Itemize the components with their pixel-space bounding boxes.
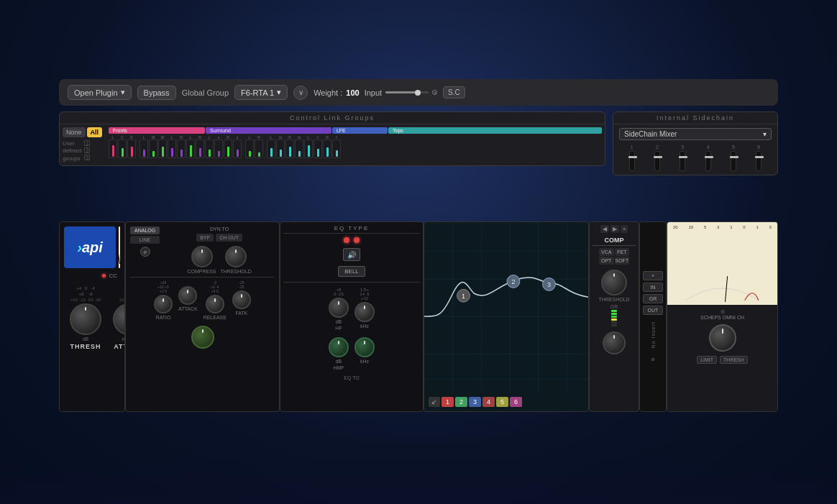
comp-next-btn[interactable]: ▶ bbox=[610, 225, 619, 233]
analog-button[interactable]: ANALOG bbox=[130, 226, 160, 234]
channel-C: C bbox=[118, 135, 127, 158]
channel-Rs2: s bbox=[214, 135, 223, 158]
comp-menu-btn[interactable]: ≡ bbox=[621, 225, 628, 233]
hf-freq-knob[interactable] bbox=[355, 302, 375, 322]
global-group-label: Global Group bbox=[182, 88, 229, 97]
compress-knob[interactable] bbox=[191, 246, 213, 267]
scheps-vu-area: 20 10 5 3 1 0 1 3 bbox=[667, 222, 777, 305]
channel-LFE1: L bbox=[245, 135, 254, 158]
monitor-button[interactable]: 🔊 bbox=[343, 248, 360, 261]
line-button[interactable]: LINE bbox=[130, 236, 160, 244]
api-vu-meter: -24 -12 -6 -3 0 VU bbox=[119, 226, 120, 268]
eq-band-3-button[interactable]: 3 bbox=[469, 397, 481, 407]
gr-insert-button[interactable]: GR bbox=[643, 294, 663, 303]
bypass-button[interactable]: Bypass bbox=[137, 86, 176, 100]
atk-label: ATTACK bbox=[178, 306, 198, 311]
hmf-freq-knob[interactable] bbox=[355, 337, 375, 357]
in-button[interactable]: IN bbox=[643, 283, 663, 292]
clg-left-panel: None All User defined groups 1 2 3 bbox=[63, 127, 104, 162]
threshold-knob[interactable] bbox=[225, 246, 247, 267]
phi-button[interactable]: ø bbox=[140, 247, 150, 257]
hmf-db-label: dB bbox=[336, 359, 342, 364]
channel-T6: f bbox=[314, 135, 322, 158]
comp-right-plugin: ◀ ▶ ≡ COMP VCA FET OPT SOFT THRESHOLD GR bbox=[589, 221, 639, 412]
fatk-label: FATK bbox=[235, 311, 247, 316]
sidechain-mixer-dropdown[interactable]: SideChain Mixer ▾ bbox=[619, 128, 772, 140]
tops-group[interactable]: Tops bbox=[388, 127, 602, 134]
opt-button[interactable]: OPT bbox=[599, 257, 614, 265]
clg-all-button[interactable]: All bbox=[87, 127, 103, 137]
ratio-knob[interactable] bbox=[154, 295, 173, 313]
release-knob-group: -2+2 -4+4 0 RELEASE bbox=[203, 280, 227, 320]
eq-band-5-button[interactable]: 5 bbox=[496, 397, 508, 407]
eq-band-1-button[interactable]: 1 bbox=[442, 397, 454, 407]
fronts-group[interactable]: Fronts bbox=[109, 127, 205, 134]
open-plugin-label: Open Plugin bbox=[74, 88, 118, 97]
scheps-main-knob[interactable] bbox=[709, 324, 736, 352]
isc-dropdown-row: SideChain Mixer ▾ bbox=[619, 128, 772, 140]
eq-band-2-button[interactable]: 2 bbox=[455, 397, 467, 407]
api-rec-led bbox=[102, 274, 106, 278]
threshold-knob-group: THRESHOLD bbox=[221, 246, 252, 274]
hmf-label: HMF bbox=[333, 365, 344, 370]
comp-prev-btn[interactable]: ◀ bbox=[600, 225, 609, 233]
thresh-button[interactable]: THRESH bbox=[720, 356, 748, 364]
eq-led-red[interactable] bbox=[344, 237, 349, 243]
clg-none-button[interactable]: None bbox=[63, 127, 86, 137]
surround-group[interactable]: Surround bbox=[206, 127, 331, 134]
thresh-knob[interactable] bbox=[70, 303, 101, 335]
comp-bottom-knob[interactable] bbox=[603, 331, 626, 354]
api2500-green-knob[interactable] bbox=[191, 326, 214, 349]
eq-band-4-button[interactable]: 4 bbox=[482, 397, 495, 407]
comp-threshold-group: THRESHOLD bbox=[598, 270, 629, 302]
eq-led-red-2[interactable] bbox=[354, 237, 360, 243]
eq-filter-button[interactable]: ↙ bbox=[429, 397, 440, 407]
phi-symbol: ø bbox=[651, 356, 655, 362]
out-button[interactable]: OUT bbox=[643, 306, 663, 315]
isc-title: Internal Sidechain bbox=[613, 112, 777, 124]
gr-led-5 bbox=[611, 321, 617, 324]
sc-button[interactable]: S.C bbox=[443, 86, 465, 98]
scheps-btns-row: LIMIT THRESH bbox=[697, 356, 748, 364]
open-plugin-button[interactable]: Open Plugin ▾ bbox=[68, 85, 132, 100]
hmf-db-knob[interactable] bbox=[329, 337, 349, 357]
attack-knob[interactable] bbox=[113, 303, 125, 335]
circle-chevron-button[interactable]: ∨ bbox=[293, 86, 308, 100]
dynto-label: DYN TO bbox=[164, 226, 275, 232]
threshold-label: THRESHOLD bbox=[221, 269, 252, 274]
scheps-scale: 20 10 5 3 1 0 1 3 bbox=[667, 222, 777, 229]
plugin-name-dropdown[interactable]: F6-RTA 1 ▾ bbox=[234, 85, 288, 100]
channel-R3: R bbox=[196, 135, 204, 158]
weight-label: Weight : bbox=[314, 88, 342, 97]
eq-band-6-button[interactable]: 6 bbox=[510, 397, 522, 407]
comp-threshold-knob[interactable] bbox=[601, 270, 627, 295]
atk-knob[interactable] bbox=[178, 286, 197, 305]
channel-L2: L bbox=[168, 135, 176, 158]
lfe-group[interactable]: LFE bbox=[332, 127, 388, 134]
hf-db-knob[interactable] bbox=[329, 298, 349, 318]
limit-button[interactable]: LIMIT bbox=[697, 356, 717, 364]
user-defined-label: User defined groups bbox=[63, 140, 81, 162]
hf-label: HF bbox=[335, 326, 342, 331]
input-label: Input bbox=[365, 88, 382, 97]
soft-button[interactable]: SOFT bbox=[615, 257, 630, 265]
byp-button[interactable]: BYP bbox=[196, 234, 214, 242]
insert-buttons: + IN GR OUT bbox=[643, 271, 663, 315]
fet-button[interactable]: FET bbox=[615, 248, 630, 256]
eqtype-monitor-row: 🔊 bbox=[283, 248, 420, 261]
scheps-name-label: SCHEPS OMNI CH bbox=[700, 315, 744, 320]
ch-out-button[interactable]: CH OUT bbox=[216, 234, 242, 242]
no-insert-label: No Insert bbox=[651, 321, 656, 348]
bell-button[interactable]: BELL bbox=[338, 266, 365, 277]
weight-slider[interactable] bbox=[385, 91, 429, 93]
vca-button[interactable]: VCA bbox=[599, 248, 614, 256]
api-cc-label: CC bbox=[109, 272, 117, 279]
eqtype-title: EQ TYPE bbox=[283, 225, 420, 234]
insert-plus-button[interactable]: + bbox=[643, 271, 663, 280]
fatk-knob-group: -25-20 FATK bbox=[232, 280, 251, 320]
fatk-knob[interactable] bbox=[232, 290, 251, 309]
release-knob[interactable] bbox=[206, 295, 224, 313]
channel-s3: s bbox=[233, 135, 242, 158]
weight-knob-icon bbox=[432, 90, 437, 95]
api-top-section: ›api -24 -12 -6 -3 0 VU bbox=[64, 226, 120, 268]
